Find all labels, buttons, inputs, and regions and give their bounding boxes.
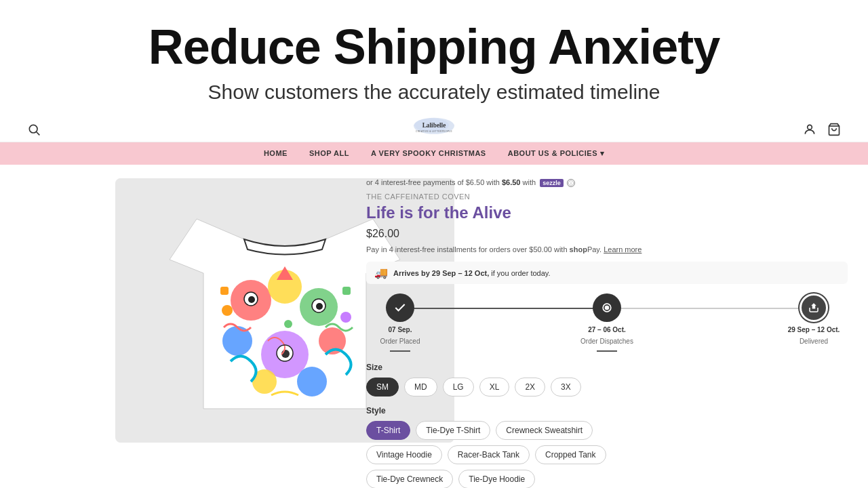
size-3x[interactable]: 3X <box>551 378 581 396</box>
learn-more-link[interactable]: Learn more <box>604 245 642 253</box>
brand-name: THE CAFFEINATED COVEN <box>366 192 848 201</box>
dispatches-date: 27 – 06 Oct. <box>588 326 626 333</box>
store-logo[interactable]: Lalibelle CREATIVE & LETTERPEOPLE <box>407 113 461 146</box>
dispatches-icon <box>593 293 621 322</box>
delivery-arrives: Arrives by 29 Sep – 12 Oct, <box>393 269 489 277</box>
style-options-row3: Tie-Dye Crewneck Tie-Dye Hoodie <box>366 470 848 488</box>
timeline-step-order-placed: 07 Sep. Order Placed <box>373 293 427 352</box>
order-placed-date: 07 Sep. <box>388 326 412 333</box>
svg-point-20 <box>316 303 323 310</box>
style-options-row2: Vintage Hoodie Racer-Back Tank Cropped T… <box>366 445 848 464</box>
nav-shop-all[interactable]: SHOP ALL <box>309 149 349 158</box>
shop-pay-line: Pay in 4 interest-free installments for … <box>366 245 848 253</box>
svg-point-18 <box>248 296 255 303</box>
product-price: $26.00 <box>366 228 848 240</box>
size-sm[interactable]: SM <box>366 378 399 396</box>
svg-point-0 <box>29 125 37 134</box>
nav-about[interactable]: ABOUT US & POLICIES <box>508 149 604 158</box>
svg-rect-34 <box>812 306 816 309</box>
store-header: Lalibelle CREATIVE & LETTERPEOPLE <box>0 117 868 142</box>
dispatches-underline <box>597 350 617 352</box>
svg-point-33 <box>606 306 609 310</box>
delivered-icon <box>800 293 828 322</box>
svg-point-6 <box>808 125 812 130</box>
sezzle-line: or 4 interest-free payments of $6.50 wit… <box>366 178 848 187</box>
sezzle-price: $6.50 <box>502 178 521 186</box>
size-xl[interactable]: XL <box>479 378 510 396</box>
delivery-bar: 🚚 Arrives by 29 Sep – 12 Oct, if you ord… <box>366 262 848 284</box>
nav-christmas[interactable]: A VERY SPOOKY CHRISTMAS <box>371 149 486 158</box>
search-icon[interactable] <box>27 123 41 136</box>
sezzle-info-icon[interactable]: ⓘ <box>567 179 575 187</box>
size-label: Size <box>366 363 848 372</box>
size-options: SM MD LG XL 2X 3X <box>366 378 848 396</box>
style-vintage-hoodie[interactable]: Vintage Hoodie <box>366 445 442 464</box>
timeline-step-dispatches: 27 – 06 Oct. Order Dispatches <box>580 293 634 352</box>
sezzle-badge: sezzle <box>540 179 564 187</box>
svg-point-27 <box>340 312 351 323</box>
svg-point-28 <box>284 320 292 328</box>
size-md[interactable]: MD <box>404 378 437 396</box>
cart-icon[interactable] <box>827 123 841 136</box>
svg-text:CREATIVE & LETTERPEOPLE: CREATIVE & LETTERPEOPLE <box>416 130 453 133</box>
shipping-timeline: 07 Sep. Order Placed 27 – 06 Oct. Order … <box>366 293 848 352</box>
style-racerback[interactable]: Racer-Back Tank <box>448 445 530 464</box>
hero-section: Reduce Shipping Anxiety Show customers t… <box>0 0 868 117</box>
style-tiedye-tshirt[interactable]: Tie-Dye T-Shirt <box>416 421 490 440</box>
style-tiedye-crewneck[interactable]: Tie-Dye Crewneck <box>366 470 453 488</box>
order-placed-icon <box>386 293 414 322</box>
delivered-label: Delivered <box>800 338 828 345</box>
shop-pay-pay: Pay <box>587 245 599 253</box>
style-tiedye-hoodie[interactable]: Tie-Dye Hoodie <box>458 470 535 488</box>
order-placed-label: Order Placed <box>380 338 420 345</box>
size-lg[interactable]: LG <box>443 378 474 396</box>
hero-title: Reduce Shipping Anxiety <box>14 20 854 74</box>
sezzle-with: with <box>523 178 538 186</box>
svg-line-1 <box>37 132 40 136</box>
shop-pay-text: Pay in 4 interest-free installments for … <box>366 245 568 253</box>
logo-svg: Lalibelle CREATIVE & LETTERPEOPLE <box>407 113 461 144</box>
delivery-suffix: if you order today. <box>491 269 550 277</box>
svg-text:Lalibelle: Lalibelle <box>422 122 446 129</box>
svg-rect-23 <box>220 287 229 295</box>
truck-icon: 🚚 <box>374 266 388 279</box>
delivered-date: 29 Sep – 12 Oct. <box>788 326 840 333</box>
svg-point-26 <box>222 305 233 316</box>
sezzle-text: or 4 interest-free payments of $6.50 wit… <box>366 178 500 186</box>
size-2x[interactable]: 2X <box>515 378 545 396</box>
product-details: or 4 interest-free payments of $6.50 wit… <box>353 165 868 488</box>
main-content: or 4 interest-free payments of $6.50 wit… <box>0 165 868 488</box>
hero-subtitle: Show customers the accurately estimated … <box>14 81 854 104</box>
nav-home[interactable]: HOME <box>264 149 288 158</box>
product-title: Life is for the Alive <box>366 203 848 222</box>
order-placed-underline <box>390 350 410 352</box>
right-nav-icons <box>803 123 841 136</box>
style-options-row1: T-Shirt Tie-Dye T-Shirt Crewneck Sweatsh… <box>366 421 848 440</box>
delivery-text: Arrives by 29 Sep – 12 Oct, if you order… <box>393 269 551 277</box>
dispatches-label: Order Dispatches <box>580 338 633 345</box>
style-label: Style <box>366 406 848 415</box>
shop-pay-brand: shop <box>570 245 587 253</box>
style-tshirt[interactable]: T-Shirt <box>366 421 410 440</box>
account-icon[interactable] <box>803 123 816 136</box>
left-nav-icons <box>27 123 41 136</box>
style-cropped-tank[interactable]: Cropped Tank <box>535 445 606 464</box>
style-crewneck[interactable]: Crewneck Sweatshirt <box>496 421 593 440</box>
product-image-area <box>0 165 353 488</box>
timeline-step-delivered: 29 Sep – 12 Oct. Delivered <box>787 293 841 345</box>
svg-point-16 <box>297 367 327 396</box>
svg-rect-24 <box>342 287 351 295</box>
